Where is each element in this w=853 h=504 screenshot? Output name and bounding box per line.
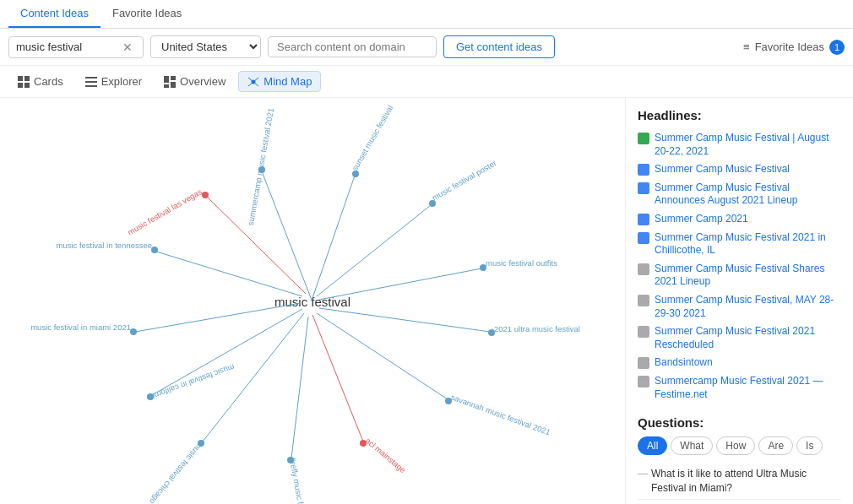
svg-line-23 xyxy=(317,205,431,296)
headlines-title: Headlines: xyxy=(638,108,841,122)
mind-map-area[interactable]: music festival summercamp music festival… xyxy=(0,98,625,504)
filter-how-btn[interactable]: How xyxy=(716,436,755,455)
svg-text:summercamp music festival 2021: summercamp music festival 2021 xyxy=(246,107,275,226)
keyword-input[interactable] xyxy=(16,41,117,53)
svg-text:music festival las vegas: music festival las vegas xyxy=(126,187,204,237)
headline-item[interactable]: Summer Camp Music Festival xyxy=(638,160,841,179)
get-ideas-button[interactable]: Get content ideas xyxy=(443,35,555,58)
svg-text:music festival chicago: music festival chicago xyxy=(148,441,205,504)
svg-line-15 xyxy=(253,82,258,86)
svg-rect-5 xyxy=(85,81,97,83)
favicon-icon xyxy=(638,232,649,244)
cards-label: Cards xyxy=(34,75,63,88)
headline-item[interactable]: Summer Camp 2021 xyxy=(638,210,841,229)
svg-point-51 xyxy=(151,247,158,253)
questions-title: Questions: xyxy=(638,415,841,430)
tab-overview[interactable]: Overview xyxy=(155,71,235,92)
questions-section: Questions: All What How Are Is — What is… xyxy=(638,415,841,504)
tab-explorer[interactable]: Explorer xyxy=(76,71,151,92)
right-panel: Headlines: Summer Camp Music Festival | … xyxy=(625,98,853,504)
filter-are-btn[interactable]: Are xyxy=(758,436,793,455)
headline-item[interactable]: Bandsintown xyxy=(638,354,841,372)
top-nav-tabs: Content Ideas Favorite Ideas xyxy=(0,0,853,29)
view-tabs: Cards Explorer Overview Mind Map xyxy=(0,66,853,98)
filter-is-btn[interactable]: Is xyxy=(796,436,823,455)
clear-keyword-button[interactable]: ✕ xyxy=(121,41,134,54)
fav-ideas-label: Favorite Ideas xyxy=(755,41,824,53)
headline-item[interactable]: Summer Camp Music Festival, MAY 28-29-30… xyxy=(638,291,841,322)
hamburger-icon: ≡ xyxy=(743,41,750,53)
svg-rect-7 xyxy=(164,76,169,83)
svg-line-44 xyxy=(152,309,302,395)
svg-rect-9 xyxy=(164,84,169,88)
svg-text:sunset music festival: sunset music festival xyxy=(350,104,394,172)
domain-search-input[interactable] xyxy=(268,36,437,57)
favicon-icon xyxy=(638,376,649,387)
headline-item[interactable]: Summer Camp Music Festival Shares 2021 L… xyxy=(638,260,841,291)
svg-text:2021 ultra music festival: 2021 ultra music festival xyxy=(494,324,580,333)
question-item[interactable]: — What is it like to attend Ultra Music … xyxy=(638,463,841,500)
headlines-list: Summer Camp Music Festival | August 20-2… xyxy=(638,129,841,404)
favicon-icon xyxy=(638,133,649,144)
tab-mindmap[interactable]: Mind Map xyxy=(238,71,321,92)
filter-all-btn[interactable]: All xyxy=(638,436,667,455)
svg-rect-8 xyxy=(171,76,176,80)
headline-item[interactable]: Summer Camp Music Festival | August 20-2… xyxy=(638,129,841,160)
svg-line-26 xyxy=(319,268,481,300)
explorer-label: Explorer xyxy=(101,75,142,88)
mind-map-svg: music festival summercamp music festival… xyxy=(0,98,625,504)
svg-text:music festival in miami 2021: music festival in miami 2021 xyxy=(30,322,131,332)
question-item[interactable]: — What are the best music festivals? Why… xyxy=(638,500,841,504)
keyword-input-wrap: ✕ xyxy=(8,36,144,58)
favicon-icon xyxy=(638,263,649,275)
headline-item[interactable]: Summer Camp Music Festival 2021 in Chill… xyxy=(638,229,841,260)
svg-line-20 xyxy=(312,176,355,298)
cards-icon xyxy=(18,76,30,88)
svg-rect-6 xyxy=(85,85,97,87)
svg-line-50 xyxy=(156,252,302,296)
svg-text:firefly music festival 2021: firefly music festival 2021 xyxy=(288,457,312,504)
svg-line-47 xyxy=(135,303,301,332)
country-select[interactable]: United States United Kingdom Canada xyxy=(150,35,261,58)
mindmap-icon xyxy=(247,76,259,88)
explorer-icon xyxy=(85,76,97,88)
svg-text:music festival in california: music festival in california xyxy=(147,362,236,402)
toolbar: ✕ United States United Kingdom Canada Ge… xyxy=(0,29,853,66)
svg-line-32 xyxy=(317,313,448,399)
fav-ideas-badge: 1 xyxy=(829,40,845,55)
svg-line-29 xyxy=(319,308,490,332)
svg-point-48 xyxy=(130,328,137,335)
mindmap-label: Mind Map xyxy=(264,75,312,88)
svg-line-35 xyxy=(312,315,363,442)
favicon-icon xyxy=(638,326,649,338)
svg-rect-2 xyxy=(18,83,23,88)
svg-rect-4 xyxy=(85,77,97,79)
svg-text:music festival outfits: music festival outfits xyxy=(486,258,557,268)
tab-favorite-ideas[interactable]: Favorite Ideas xyxy=(101,0,193,28)
tab-cards[interactable]: Cards xyxy=(8,71,73,92)
svg-text:savannah music festival 2021: savannah music festival 2021 xyxy=(449,393,551,437)
tab-content-ideas[interactable]: Content Ideas xyxy=(8,0,101,28)
main-content: music festival summercamp music festival… xyxy=(0,98,853,504)
svg-rect-10 xyxy=(171,82,176,88)
svg-rect-1 xyxy=(24,76,30,81)
filter-what-btn[interactable]: What xyxy=(671,436,713,455)
headline-item[interactable]: Summer Camp Music Festival 2021 Reschedu… xyxy=(638,322,841,354)
favicon-icon xyxy=(638,182,649,194)
overview-icon xyxy=(164,76,176,88)
favicon-icon xyxy=(638,357,649,369)
svg-line-13 xyxy=(253,78,258,82)
svg-rect-3 xyxy=(24,83,30,88)
svg-text:acl mainstage: acl mainstage xyxy=(364,436,408,474)
favorite-ideas-button[interactable]: ≡ Favorite Ideas 1 xyxy=(743,40,845,55)
svg-line-38 xyxy=(291,317,308,458)
headline-item[interactable]: Summer Camp Music Festival Announces Aug… xyxy=(638,179,841,210)
filter-buttons: All What How Are Is xyxy=(638,436,841,455)
svg-line-14 xyxy=(248,82,253,86)
favicon-icon xyxy=(638,214,649,225)
svg-line-17 xyxy=(262,171,312,302)
svg-text:music festival poster: music festival poster xyxy=(431,158,498,203)
overview-label: Overview xyxy=(180,75,225,88)
headline-item[interactable]: Summercamp Music Festival 2021 — Festime… xyxy=(638,372,841,404)
favicon-icon xyxy=(638,295,649,306)
